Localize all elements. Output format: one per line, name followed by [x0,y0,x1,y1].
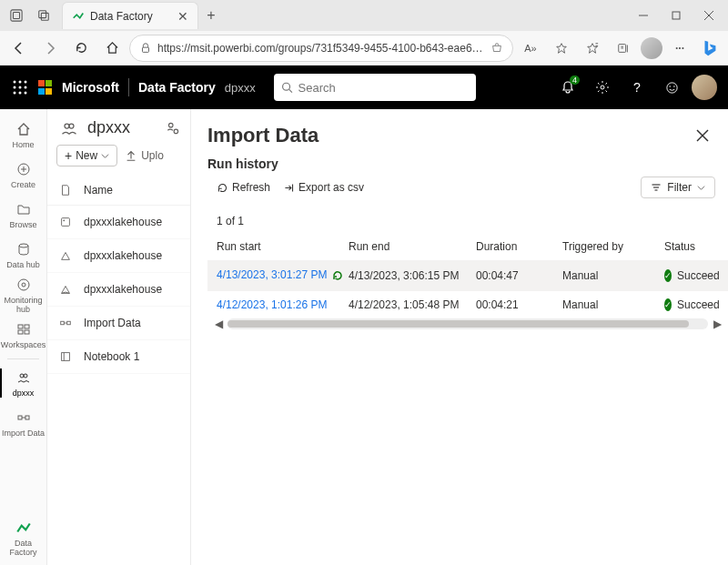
favorites-list-icon[interactable] [579,35,606,62]
upload-icon [125,149,137,162]
collections-icon[interactable] [610,35,637,62]
rail-data-factory[interactable]: Data Factory [0,518,46,558]
tab-actions-icon[interactable] [31,3,56,28]
bing-icon[interactable] [697,35,723,61]
data-factory-icon [72,10,85,23]
browser-menu-icon[interactable] [4,3,29,28]
app-launcher-icon[interactable] [11,78,29,96]
run-end: 4/13/2023, 3:06:15 PM [349,269,476,282]
svg-point-29 [673,86,675,87]
svg-point-35 [22,283,25,287]
item-type-icon [58,349,73,364]
notification-badge: 4 [570,76,580,85]
workspace-settings-icon[interactable] [165,120,181,136]
close-window-button[interactable] [693,3,724,28]
feedback-icon[interactable] [657,73,686,102]
home-button[interactable] [98,35,126,62]
ws-item[interactable]: Notebook 1 [47,340,190,374]
ws-item[interactable]: Import Data [47,307,190,340]
pipeline-icon [15,409,33,427]
success-icon: ✓ [664,298,672,311]
close-icon[interactable]: ✕ [177,9,188,24]
col-triggered-by[interactable]: Triggered by [562,240,664,253]
refresh-button[interactable] [67,35,95,62]
upload-button[interactable]: Uplo [125,149,164,162]
svg-point-19 [19,86,22,89]
read-aloud-icon[interactable]: A» [517,35,544,62]
export-csv-button[interactable]: Export as csv [283,181,364,194]
workspace-icon [60,119,78,137]
chevron-down-icon [697,184,705,192]
workspace-title: dpxxx [87,118,130,137]
svg-rect-36 [18,325,23,328]
svg-point-23 [25,92,27,95]
forward-button[interactable] [36,35,64,62]
section-title: Run history [207,156,728,171]
svg-point-48 [174,129,178,134]
svg-rect-37 [25,325,29,328]
app-header: Microsoft Data Factory dpxxx 4 ? [0,66,728,109]
table-row[interactable]: 4/13/2023, 3:01:27 PM4/13/2023, 3:06:15 … [207,260,728,290]
rail-browse[interactable]: Browse [0,195,46,235]
svg-point-28 [669,86,671,87]
col-run-start[interactable]: Run start [217,240,349,253]
close-panel-button[interactable] [692,125,713,146]
horizontal-scrollbar[interactable]: ◀ ▶ [207,318,728,329]
shopping-icon[interactable] [490,42,503,55]
col-run-end[interactable]: Run end [349,240,476,253]
rail-monitoring[interactable]: Monitoring hub [0,275,46,315]
user-avatar[interactable] [692,75,717,100]
rail-import-data[interactable]: Import Data [0,403,46,443]
col-duration[interactable]: Duration [476,240,562,253]
svg-point-41 [24,374,27,378]
run-start-link[interactable]: 4/12/2023, 1:01:26 PM [217,298,327,311]
ws-item[interactable]: dpxxxlakehouse [47,239,190,273]
search-input[interactable] [298,81,469,95]
filter-button[interactable]: Filter [641,177,715,198]
search-box[interactable] [274,74,476,101]
maximize-button[interactable] [661,3,692,28]
rail-workspace-dpxxx[interactable]: dpxxx [0,363,46,403]
back-button[interactable] [5,35,33,62]
brand-label: Microsoft [62,80,119,95]
svg-rect-39 [25,330,29,334]
scroll-right-icon[interactable]: ▶ [712,318,723,329]
item-name: dpxxxlakehouse [84,283,162,296]
minimize-button[interactable] [628,3,659,28]
product-label: Data Factory [138,80,216,95]
svg-rect-1 [14,13,20,19]
table-row[interactable]: 4/12/2023, 1:01:26 PM4/12/2023, 1:05:48 … [207,290,728,318]
new-button[interactable]: + New [56,145,117,166]
rerun-icon[interactable] [330,268,345,283]
ws-header-row: Name [47,176,190,206]
rail-workspaces[interactable]: Workspaces [0,315,46,355]
search-icon [281,81,293,94]
rail-data-hub[interactable]: Data hub [0,235,46,275]
profile-avatar[interactable] [641,37,662,59]
run-start-link[interactable]: 4/13/2023, 3:01:27 PM [217,268,327,281]
run-trigger: Manual [562,298,664,311]
refresh-button[interactable]: Refresh [217,181,270,194]
ws-item[interactable]: dpxxxlakehouse [47,206,190,239]
scroll-left-icon[interactable]: ◀ [213,318,224,329]
notifications-icon[interactable]: 4 [553,73,582,102]
item-type-icon [58,282,73,297]
url-text: https://msit.powerbi.com/groups/731f5349… [157,42,485,55]
url-field[interactable]: https://msit.powerbi.com/groups/731f5349… [129,35,513,62]
browser-tab[interactable]: Data Factory ✕ [62,2,198,29]
settings-icon[interactable] [588,73,617,102]
svg-point-47 [169,123,174,127]
more-icon[interactable]: ··· [666,35,693,62]
rail-create[interactable]: Create [0,155,46,195]
rail-home[interactable]: Home [0,115,46,155]
new-tab-button[interactable]: + [198,3,224,28]
favorite-icon[interactable] [548,35,575,62]
help-icon[interactable]: ? [622,73,652,102]
run-end: 4/12/2023, 1:05:48 PM [349,298,476,311]
monitoring-icon [15,276,33,294]
item-type-icon [58,215,73,229]
svg-point-26 [601,86,604,89]
svg-point-40 [20,374,24,378]
col-status[interactable]: Status [664,240,719,253]
ws-item[interactable]: dpxxxlakehouse [47,273,190,307]
